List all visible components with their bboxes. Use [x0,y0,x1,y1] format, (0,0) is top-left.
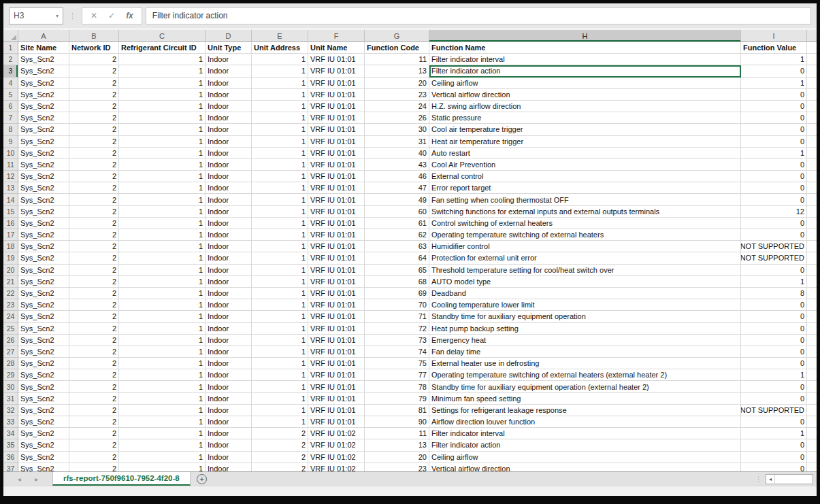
cell-B37[interactable]: 2 [69,463,119,471]
cell-G25[interactable]: 72 [365,323,429,335]
row-header-2[interactable]: 2 [3,54,18,65]
row-header-27[interactable]: 27 [3,346,18,358]
cell-E6[interactable]: 1 [252,101,308,112]
cell-G37[interactable]: 23 [365,463,429,471]
cell-F29[interactable]: VRF IU 01:01 [308,369,365,381]
cell-I28[interactable]: 0 [741,358,807,369]
cell-F31[interactable]: VRF IU 01:01 [308,393,365,405]
cell-B3[interactable]: 2 [69,65,119,77]
cell-A4[interactable]: Sys_Scn2 [18,78,69,89]
row-header-1[interactable]: 1 [3,42,18,54]
cell-D35[interactable]: Indoor [206,439,252,451]
cell-F20[interactable]: VRF IU 01:01 [308,265,365,276]
row-header-33[interactable]: 33 [3,416,18,428]
cell-I25[interactable]: 0 [741,323,807,335]
cell-E4[interactable]: 1 [252,78,308,89]
cell-H31[interactable]: Minimum fan speed setting [429,393,741,405]
cell-F4[interactable]: VRF IU 01:01 [308,78,365,89]
cell-A22[interactable]: Sys_Scn2 [18,288,69,299]
cell-F15[interactable]: VRF IU 01:01 [308,206,365,218]
row-header-14[interactable]: 14 [3,194,18,205]
row-header-20[interactable]: 20 [3,265,18,276]
cell-I3[interactable]: 0 [741,65,807,77]
cell-I34[interactable]: 1 [741,428,807,439]
row-header-17[interactable]: 17 [3,229,18,241]
cell-I8[interactable]: 0 [741,124,807,135]
cell-E1[interactable]: Unit Address [252,42,308,54]
cell-A33[interactable]: Sys_Scn2 [18,416,69,428]
cell-H34[interactable]: Filter indicator interval [429,428,741,439]
cell-G5[interactable]: 23 [365,89,429,101]
cell-H37[interactable]: Vertical airflow direction [429,463,741,471]
row-header-3[interactable]: 3 [3,65,18,77]
cell-H6[interactable]: H.Z. swing airflow direction [429,101,741,112]
cell-F33[interactable]: VRF IU 01:01 [308,416,365,428]
cell-B34[interactable]: 2 [69,428,119,439]
cell-F1[interactable]: Unit Name [308,42,365,54]
cell-E24[interactable]: 1 [252,311,308,322]
cell-I19[interactable]: NOT SUPPORTED [741,252,807,264]
cell-F10[interactable]: VRF IU 01:01 [308,148,365,159]
row-header-28[interactable]: 28 [3,358,18,369]
cell-B30[interactable]: 2 [69,381,119,392]
row-header-24[interactable]: 24 [3,311,18,322]
cell-F13[interactable]: VRF IU 01:01 [308,182,365,194]
formula-bar[interactable]: Filter indicator action [146,7,811,24]
cell-G3[interactable]: 13 [365,65,429,77]
cell-H4[interactable]: Ceiling airflow [429,78,741,89]
insert-function-icon[interactable]: fx [126,11,133,20]
cell-G19[interactable]: 64 [365,252,429,264]
cell-B9[interactable]: 2 [69,136,119,148]
cell-A34[interactable]: Sys_Scn2 [18,428,69,439]
cell-H9[interactable]: Heat air temperature trigger [429,136,741,148]
cell-B25[interactable]: 2 [69,323,119,335]
scroll-left-icon[interactable]: ◂ [766,475,775,484]
cell-D27[interactable]: Indoor [206,346,252,358]
cell-D1[interactable]: Unit Type [206,42,252,54]
cell-C15[interactable]: 1 [119,206,206,218]
cell-A24[interactable]: Sys_Scn2 [18,311,69,322]
cell-G22[interactable]: 69 [365,288,429,299]
cell-D24[interactable]: Indoor [206,311,252,322]
cell-A20[interactable]: Sys_Scn2 [18,265,69,276]
column-header-D[interactable]: D [206,30,252,41]
row-header-4[interactable]: 4 [3,78,18,89]
cell-F28[interactable]: VRF IU 01:01 [308,358,365,369]
cell-E10[interactable]: 1 [252,148,308,159]
cell-I37[interactable]: 0 [741,463,807,471]
cell-D14[interactable]: Indoor [206,194,252,205]
cell-D23[interactable]: Indoor [206,299,252,311]
cell-E28[interactable]: 1 [252,358,308,369]
cell-F22[interactable]: VRF IU 01:01 [308,288,365,299]
cell-H11[interactable]: Cool Air Prevention [429,159,741,171]
cell-E33[interactable]: 1 [252,416,308,428]
cell-F17[interactable]: VRF IU 01:01 [308,229,365,241]
cell-C27[interactable]: 1 [119,346,206,358]
cell-G2[interactable]: 11 [365,54,429,65]
cell-I24[interactable]: 0 [741,311,807,322]
horizontal-scrollbar[interactable]: ◂ [766,474,813,484]
cell-G29[interactable]: 77 [365,369,429,381]
cell-B1[interactable]: Network ID [69,42,119,54]
cell-B24[interactable]: 2 [69,311,119,322]
row-header-6[interactable]: 6 [3,101,18,112]
cell-E9[interactable]: 1 [252,136,308,148]
cell-D9[interactable]: Indoor [206,136,252,148]
cell-I16[interactable]: 0 [741,218,807,229]
cell-C29[interactable]: 1 [119,369,206,381]
cell-E36[interactable]: 2 [252,452,308,463]
row-header-32[interactable]: 32 [3,405,18,416]
cell-B32[interactable]: 2 [69,405,119,416]
cell-I7[interactable]: 0 [741,112,807,124]
cell-D28[interactable]: Indoor [206,358,252,369]
cell-G15[interactable]: 60 [365,206,429,218]
cell-I15[interactable]: 12 [741,206,807,218]
cell-E23[interactable]: 1 [252,299,308,311]
cell-H16[interactable]: Control switching of external heaters [429,218,741,229]
cell-B4[interactable]: 2 [69,78,119,89]
cell-E25[interactable]: 1 [252,323,308,335]
cell-I11[interactable]: 0 [741,159,807,171]
cell-I21[interactable]: 1 [741,276,807,288]
cell-H26[interactable]: Emergency heat [429,335,741,346]
cell-D6[interactable]: Indoor [206,101,252,112]
